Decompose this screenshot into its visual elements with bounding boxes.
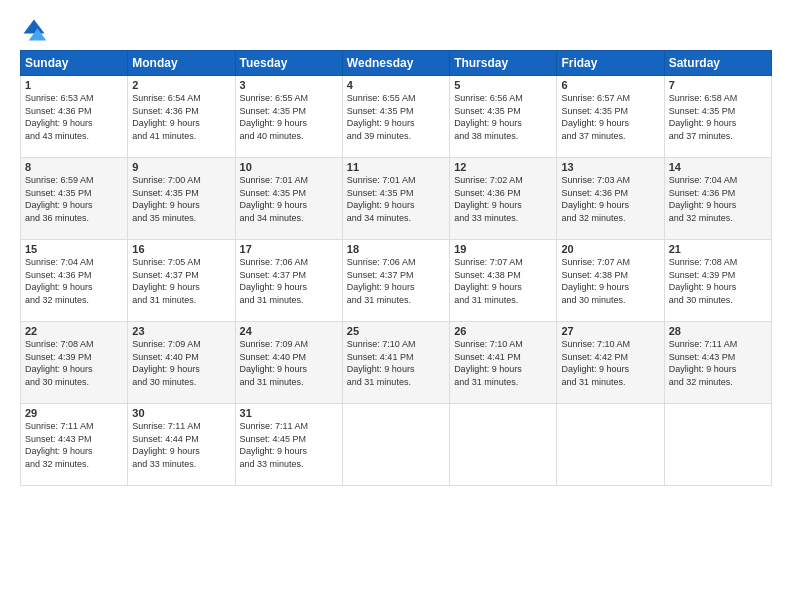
- cell-text: Sunrise: 7:11 AMSunset: 4:44 PMDaylight:…: [132, 420, 230, 470]
- day-number: 18: [347, 243, 445, 255]
- week-row-3: 15Sunrise: 7:04 AMSunset: 4:36 PMDayligh…: [21, 240, 772, 322]
- calendar-cell: 8Sunrise: 6:59 AMSunset: 4:35 PMDaylight…: [21, 158, 128, 240]
- calendar-cell: 1Sunrise: 6:53 AMSunset: 4:36 PMDaylight…: [21, 76, 128, 158]
- day-number: 8: [25, 161, 123, 173]
- day-number: 12: [454, 161, 552, 173]
- calendar-cell: [557, 404, 664, 486]
- day-number: 7: [669, 79, 767, 91]
- calendar-cell: 29Sunrise: 7:11 AMSunset: 4:43 PMDayligh…: [21, 404, 128, 486]
- cell-text: Sunrise: 6:53 AMSunset: 4:36 PMDaylight:…: [25, 92, 123, 142]
- calendar-cell: 27Sunrise: 7:10 AMSunset: 4:42 PMDayligh…: [557, 322, 664, 404]
- day-number: 4: [347, 79, 445, 91]
- calendar-cell: 18Sunrise: 7:06 AMSunset: 4:37 PMDayligh…: [342, 240, 449, 322]
- calendar-cell: 6Sunrise: 6:57 AMSunset: 4:35 PMDaylight…: [557, 76, 664, 158]
- calendar-cell: 28Sunrise: 7:11 AMSunset: 4:43 PMDayligh…: [664, 322, 771, 404]
- week-row-5: 29Sunrise: 7:11 AMSunset: 4:43 PMDayligh…: [21, 404, 772, 486]
- day-header-saturday: Saturday: [664, 51, 771, 76]
- day-number: 2: [132, 79, 230, 91]
- cell-text: Sunrise: 7:04 AMSunset: 4:36 PMDaylight:…: [669, 174, 767, 224]
- day-header-tuesday: Tuesday: [235, 51, 342, 76]
- calendar-cell: 26Sunrise: 7:10 AMSunset: 4:41 PMDayligh…: [450, 322, 557, 404]
- day-number: 28: [669, 325, 767, 337]
- day-number: 3: [240, 79, 338, 91]
- cell-text: Sunrise: 6:57 AMSunset: 4:35 PMDaylight:…: [561, 92, 659, 142]
- day-number: 29: [25, 407, 123, 419]
- day-number: 15: [25, 243, 123, 255]
- calendar-cell: 10Sunrise: 7:01 AMSunset: 4:35 PMDayligh…: [235, 158, 342, 240]
- day-number: 26: [454, 325, 552, 337]
- cell-text: Sunrise: 7:11 AMSunset: 4:45 PMDaylight:…: [240, 420, 338, 470]
- calendar-cell: 7Sunrise: 6:58 AMSunset: 4:35 PMDaylight…: [664, 76, 771, 158]
- calendar-cell: 12Sunrise: 7:02 AMSunset: 4:36 PMDayligh…: [450, 158, 557, 240]
- calendar-cell: 9Sunrise: 7:00 AMSunset: 4:35 PMDaylight…: [128, 158, 235, 240]
- day-number: 14: [669, 161, 767, 173]
- calendar-cell: 5Sunrise: 6:56 AMSunset: 4:35 PMDaylight…: [450, 76, 557, 158]
- calendar-cell: 20Sunrise: 7:07 AMSunset: 4:38 PMDayligh…: [557, 240, 664, 322]
- cell-text: Sunrise: 6:55 AMSunset: 4:35 PMDaylight:…: [240, 92, 338, 142]
- day-number: 17: [240, 243, 338, 255]
- cell-text: Sunrise: 6:54 AMSunset: 4:36 PMDaylight:…: [132, 92, 230, 142]
- day-number: 13: [561, 161, 659, 173]
- day-number: 1: [25, 79, 123, 91]
- calendar-cell: 31Sunrise: 7:11 AMSunset: 4:45 PMDayligh…: [235, 404, 342, 486]
- day-number: 20: [561, 243, 659, 255]
- cell-text: Sunrise: 7:01 AMSunset: 4:35 PMDaylight:…: [240, 174, 338, 224]
- calendar-cell: 14Sunrise: 7:04 AMSunset: 4:36 PMDayligh…: [664, 158, 771, 240]
- cell-text: Sunrise: 7:09 AMSunset: 4:40 PMDaylight:…: [240, 338, 338, 388]
- day-number: 23: [132, 325, 230, 337]
- day-header-friday: Friday: [557, 51, 664, 76]
- cell-text: Sunrise: 7:04 AMSunset: 4:36 PMDaylight:…: [25, 256, 123, 306]
- cell-text: Sunrise: 7:06 AMSunset: 4:37 PMDaylight:…: [240, 256, 338, 306]
- calendar-body: 1Sunrise: 6:53 AMSunset: 4:36 PMDaylight…: [21, 76, 772, 486]
- cell-text: Sunrise: 7:10 AMSunset: 4:41 PMDaylight:…: [454, 338, 552, 388]
- calendar-cell: 4Sunrise: 6:55 AMSunset: 4:35 PMDaylight…: [342, 76, 449, 158]
- svg-marker-0: [24, 20, 45, 34]
- cell-text: Sunrise: 6:58 AMSunset: 4:35 PMDaylight:…: [669, 92, 767, 142]
- calendar-cell: 25Sunrise: 7:10 AMSunset: 4:41 PMDayligh…: [342, 322, 449, 404]
- calendar-cell: 16Sunrise: 7:05 AMSunset: 4:37 PMDayligh…: [128, 240, 235, 322]
- cell-text: Sunrise: 7:00 AMSunset: 4:35 PMDaylight:…: [132, 174, 230, 224]
- day-number: 22: [25, 325, 123, 337]
- header: [20, 16, 772, 44]
- cell-text: Sunrise: 7:10 AMSunset: 4:41 PMDaylight:…: [347, 338, 445, 388]
- calendar-cell: [450, 404, 557, 486]
- day-number: 10: [240, 161, 338, 173]
- day-number: 27: [561, 325, 659, 337]
- calendar-cell: 17Sunrise: 7:06 AMSunset: 4:37 PMDayligh…: [235, 240, 342, 322]
- day-number: 16: [132, 243, 230, 255]
- cell-text: Sunrise: 7:03 AMSunset: 4:36 PMDaylight:…: [561, 174, 659, 224]
- week-row-1: 1Sunrise: 6:53 AMSunset: 4:36 PMDaylight…: [21, 76, 772, 158]
- day-header-thursday: Thursday: [450, 51, 557, 76]
- day-number: 9: [132, 161, 230, 173]
- cell-text: Sunrise: 7:01 AMSunset: 4:35 PMDaylight:…: [347, 174, 445, 224]
- logo: [20, 16, 52, 44]
- day-header-monday: Monday: [128, 51, 235, 76]
- day-number: 24: [240, 325, 338, 337]
- logo-icon: [20, 16, 48, 44]
- cell-text: Sunrise: 6:56 AMSunset: 4:35 PMDaylight:…: [454, 92, 552, 142]
- day-number: 11: [347, 161, 445, 173]
- calendar-cell: 15Sunrise: 7:04 AMSunset: 4:36 PMDayligh…: [21, 240, 128, 322]
- cell-text: Sunrise: 7:10 AMSunset: 4:42 PMDaylight:…: [561, 338, 659, 388]
- day-number: 25: [347, 325, 445, 337]
- week-row-4: 22Sunrise: 7:08 AMSunset: 4:39 PMDayligh…: [21, 322, 772, 404]
- calendar-cell: 19Sunrise: 7:07 AMSunset: 4:38 PMDayligh…: [450, 240, 557, 322]
- calendar-cell: 3Sunrise: 6:55 AMSunset: 4:35 PMDaylight…: [235, 76, 342, 158]
- cell-text: Sunrise: 7:08 AMSunset: 4:39 PMDaylight:…: [25, 338, 123, 388]
- cell-text: Sunrise: 7:06 AMSunset: 4:37 PMDaylight:…: [347, 256, 445, 306]
- cell-text: Sunrise: 6:55 AMSunset: 4:35 PMDaylight:…: [347, 92, 445, 142]
- cell-text: Sunrise: 6:59 AMSunset: 4:35 PMDaylight:…: [25, 174, 123, 224]
- calendar-cell: 21Sunrise: 7:08 AMSunset: 4:39 PMDayligh…: [664, 240, 771, 322]
- calendar-cell: 30Sunrise: 7:11 AMSunset: 4:44 PMDayligh…: [128, 404, 235, 486]
- calendar-cell: 2Sunrise: 6:54 AMSunset: 4:36 PMDaylight…: [128, 76, 235, 158]
- cell-text: Sunrise: 7:02 AMSunset: 4:36 PMDaylight:…: [454, 174, 552, 224]
- cell-text: Sunrise: 7:07 AMSunset: 4:38 PMDaylight:…: [561, 256, 659, 306]
- cell-text: Sunrise: 7:08 AMSunset: 4:39 PMDaylight:…: [669, 256, 767, 306]
- day-header-sunday: Sunday: [21, 51, 128, 76]
- calendar-cell: 23Sunrise: 7:09 AMSunset: 4:40 PMDayligh…: [128, 322, 235, 404]
- cell-text: Sunrise: 7:05 AMSunset: 4:37 PMDaylight:…: [132, 256, 230, 306]
- calendar-cell: 24Sunrise: 7:09 AMSunset: 4:40 PMDayligh…: [235, 322, 342, 404]
- day-number: 6: [561, 79, 659, 91]
- calendar-header-row: SundayMondayTuesdayWednesdayThursdayFrid…: [21, 51, 772, 76]
- calendar-cell: [342, 404, 449, 486]
